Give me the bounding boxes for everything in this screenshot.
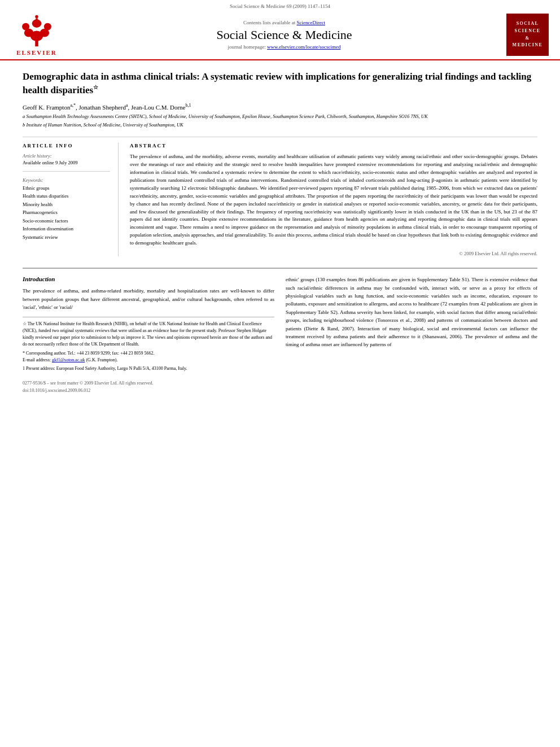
journal-banner: ELSEVIER Contents lists available at Sci… — [11, 11, 549, 59]
journal-center: Contents lists available at ScienceDirec… — [62, 20, 506, 50]
intro-right-text: ethnic' groups (130 examples from 86 pub… — [286, 276, 537, 349]
article-content: Demographic data in asthma clinical tria… — [0, 60, 560, 372]
elsevier-logo: ELSEVIER — [11, 14, 62, 56]
two-col-section: ARTICLE INFO Article history: Available … — [23, 137, 537, 256]
divider — [23, 171, 110, 172]
introduction-heading: Introduction — [23, 276, 274, 282]
journal-meta-line: Social Science & Medicine 69 (2009) 1147… — [11, 3, 549, 9]
footnote-address: 1 Present address: European Food Safety … — [23, 365, 274, 372]
elsevier-tree-icon — [17, 14, 56, 48]
keyword-3: Minority health — [23, 200, 110, 208]
keyword-1: Ethnic groups — [23, 184, 110, 192]
contents-line: Contents lists available at ScienceDirec… — [62, 20, 506, 25]
page-footer: 0277-9536/$ – see front matter © 2009 El… — [0, 380, 560, 400]
homepage-url[interactable]: www.elsevier.com/locate/socscimed — [267, 44, 340, 50]
footnote-star: ☆ The UK National Institute for Health R… — [23, 321, 274, 348]
svg-rect-7 — [36, 18, 38, 24]
elsevier-brand-text: ELSEVIER — [16, 49, 57, 56]
sciencedirect-link[interactable]: ScienceDirect — [297, 20, 325, 25]
abstract-col: ABSTRACT The prevalence of asthma, and t… — [130, 143, 537, 256]
body-right-col: ethnic' groups (130 examples from 86 pub… — [286, 276, 537, 372]
copyright-line: © 2009 Elsevier Ltd. All rights reserved… — [130, 251, 537, 256]
keyword-4: Pharmacogenetics — [23, 208, 110, 216]
article-info-col: ARTICLE INFO Article history: Available … — [23, 143, 119, 256]
journal-logo-right: SOCIAL SCIENCE & MEDICINE — [506, 14, 549, 56]
logo-right-text: SOCIAL SCIENCE & MEDICINE — [513, 20, 543, 49]
article-history-block: Article history: Available online 9 July… — [23, 153, 110, 165]
keyword-7: Systematic review — [23, 233, 110, 241]
svg-point-8 — [35, 15, 38, 18]
keyword-2: Health status disparities — [23, 192, 110, 200]
intro-left-text: The prevalence of asthma, and asthma-rel… — [23, 287, 274, 311]
body-section: Introduction The prevalence of asthma, a… — [23, 268, 537, 372]
affiliation-b: b Institute of Human Nutrition, School o… — [23, 122, 537, 129]
body-left-col: Introduction The prevalence of asthma, a… — [23, 276, 274, 372]
abstract-text: The prevalence of asthma, and the morbid… — [130, 153, 537, 247]
svg-point-4 — [22, 23, 29, 30]
affiliation-a: a Southampton Health Technology Assessme… — [23, 113, 537, 120]
footnote-email: E-mail address: gkf1@soton.ac.uk (G.K. F… — [23, 357, 274, 364]
article-info-label: ARTICLE INFO — [23, 143, 110, 148]
keywords-label: Keywords: — [23, 177, 110, 183]
homepage-line: journal homepage: www.elsevier.com/locat… — [62, 44, 506, 50]
journal-header: Social Science & Medicine 69 (2009) 1147… — [0, 0, 560, 60]
article-title: Demographic data in asthma clinical tria… — [23, 71, 537, 97]
keyword-6: Information dissemination — [23, 225, 110, 233]
abstract-label: ABSTRACT — [130, 143, 537, 148]
footer-issn: 0277-9536/$ – see front matter © 2009 El… — [23, 380, 537, 387]
available-online: Available online 9 July 2009 — [23, 160, 110, 165]
svg-point-5 — [44, 23, 51, 30]
authors-line: Geoff K. Framptona,*, Jonathan Shepherda… — [23, 103, 537, 111]
keywords-block: Keywords: Ethnic groups Health status di… — [23, 177, 110, 241]
keyword-5: Socio-economic factors — [23, 217, 110, 225]
page: Social Science & Medicine 69 (2009) 1147… — [0, 0, 560, 747]
footnote-corresponding: * Corresponding author. Tel.: +44 23 805… — [23, 350, 274, 357]
history-label: Article history: — [23, 153, 110, 159]
journal-title: Social Science & Medicine — [62, 28, 506, 42]
footnote-section: ☆ The UK National Institute for Health R… — [23, 317, 274, 372]
footer-doi: doi:10.1016/j.socscimed.2009.06.012 — [23, 387, 537, 395]
email-link[interactable]: gkf1@soton.ac.uk — [52, 357, 85, 362]
